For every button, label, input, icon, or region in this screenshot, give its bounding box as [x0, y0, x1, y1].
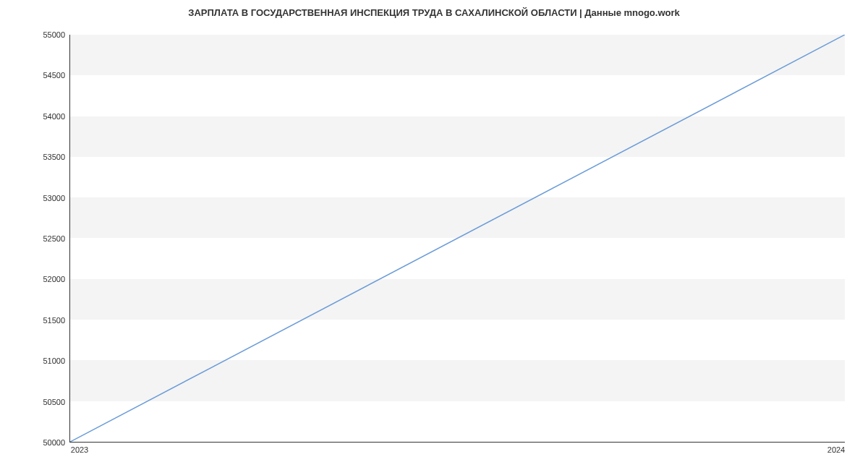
y-tick-label: 50500 — [7, 398, 65, 406]
y-tick-label: 53000 — [7, 194, 65, 202]
y-tick-label: 54000 — [7, 112, 65, 121]
y-tick-label: 54500 — [7, 71, 65, 80]
y-tick-label: 52000 — [7, 275, 65, 283]
plot-area — [69, 35, 845, 443]
y-tick-label: 53500 — [7, 153, 65, 161]
x-tick-label: 2024 — [827, 445, 845, 454]
grid-band — [70, 35, 845, 75]
grid-band — [70, 116, 845, 157]
y-tick-label: 51000 — [7, 356, 65, 365]
chart-title: ЗАРПЛАТА В ГОСУДАРСТВЕННАЯ ИНСПЕКЦИЯ ТРУ… — [0, 7, 868, 18]
grid-band — [70, 279, 845, 320]
y-tick-label: 50000 — [7, 438, 65, 447]
grid-band — [70, 360, 845, 401]
y-tick-label: 51500 — [7, 316, 65, 325]
x-tick-label: 2023 — [71, 445, 88, 454]
y-tick-label: 52500 — [7, 234, 65, 243]
y-tick-label: 55000 — [7, 30, 65, 39]
chart-container: ЗАРПЛАТА В ГОСУДАРСТВЕННАЯ ИНСПЕКЦИЯ ТРУ… — [0, 0, 868, 470]
grid-band — [70, 197, 845, 238]
